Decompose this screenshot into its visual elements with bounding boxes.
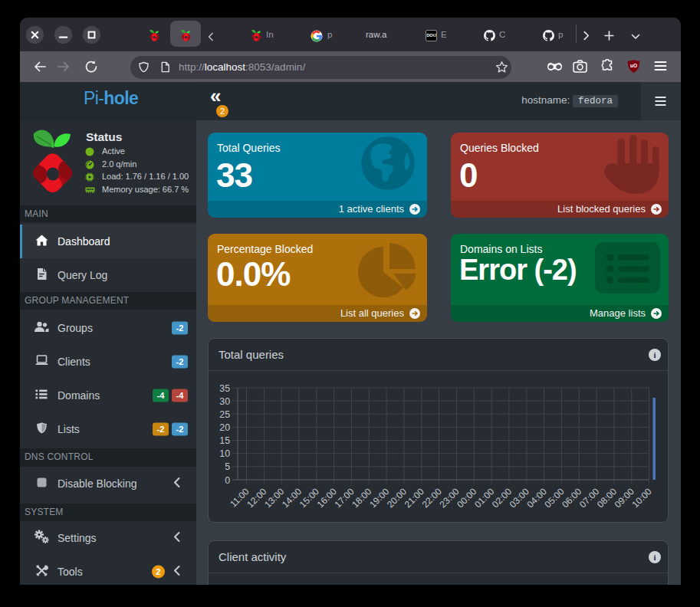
svg-text:10:00: 10:00 (630, 486, 654, 510)
svg-text:10: 10 (219, 448, 230, 459)
svg-text:30: 30 (219, 396, 230, 407)
svg-text:20: 20 (219, 422, 230, 433)
svg-text:uO: uO (630, 63, 637, 68)
svg-text:25: 25 (219, 409, 230, 420)
svg-text:0: 0 (225, 475, 230, 486)
svg-text:35: 35 (219, 383, 230, 394)
svg-text:5: 5 (225, 461, 230, 472)
svg-text:15: 15 (219, 435, 230, 446)
